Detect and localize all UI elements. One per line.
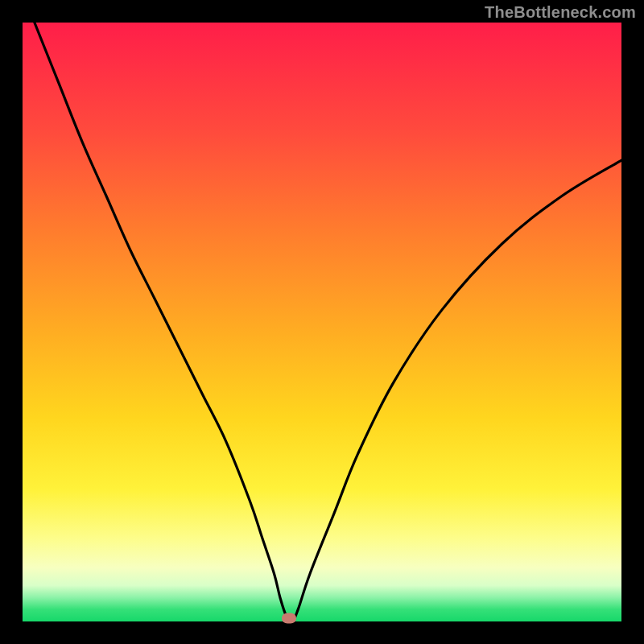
chart-frame: TheBottleneck.com: [0, 0, 644, 644]
plot-area: [23, 23, 621, 621]
watermark-label: TheBottleneck.com: [485, 3, 636, 22]
optimal-point-marker: [282, 613, 296, 624]
bottleneck-curve: [23, 23, 621, 621]
